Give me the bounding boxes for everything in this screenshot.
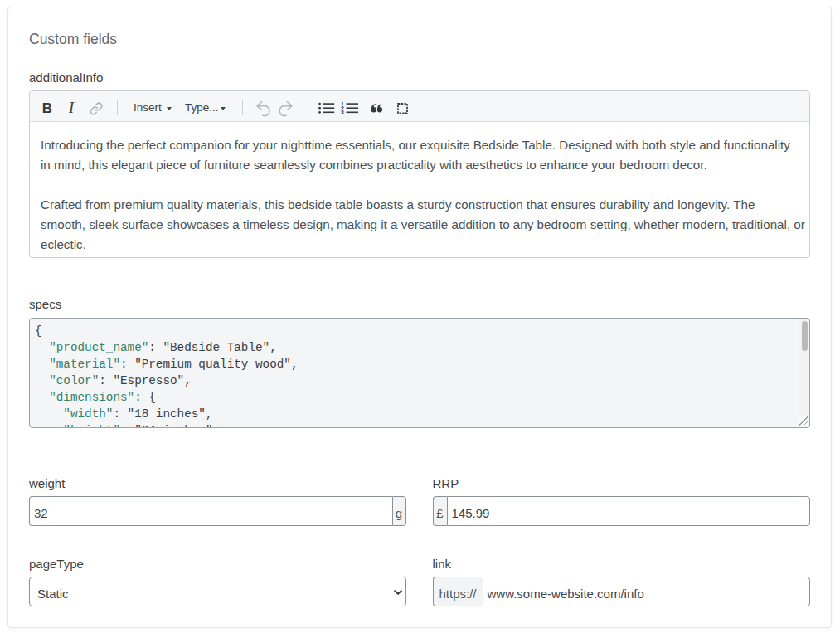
svg-text:3: 3 <box>341 109 344 114</box>
